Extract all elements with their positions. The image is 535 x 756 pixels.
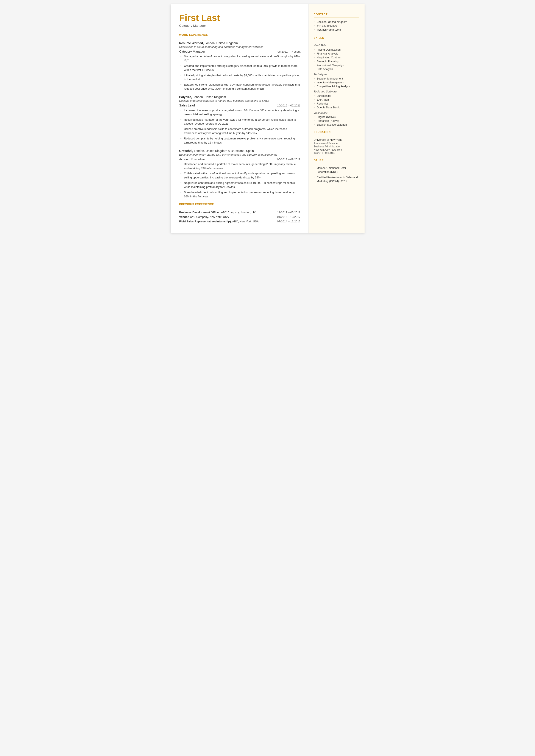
hard-skill-2: Financial Analysis	[314, 52, 359, 55]
job-block-3: Growthsi, London, United Kingdom & Barce…	[179, 149, 300, 199]
other-header: OTHER	[314, 159, 359, 162]
prev-exp-title-1: Business Development Officer, ABC Compan…	[179, 211, 256, 214]
role-line-2: Sales Lead 10/2019 – 07/2021	[179, 104, 300, 107]
work-experience-divider	[179, 38, 300, 38]
role-title-3: Account Executive	[179, 157, 205, 161]
job-block-1: Resume Worded, London, United Kingdom Sp…	[179, 42, 300, 91]
company-desc-1: Specializes in cloud computing and datab…	[179, 45, 300, 48]
role-title-2: Sales Lead	[179, 104, 195, 107]
bullet-1-4: Established strong relationships with 30…	[180, 83, 300, 91]
prev-exp-row-3: Field Sales Representative (Internship),…	[179, 220, 300, 223]
techniques-list: Supplier Management Inventory Management…	[314, 77, 359, 88]
bullet-2-1: Increased the sales of products targeted…	[180, 108, 300, 117]
company-desc-2: Designs enterprise software to handle B2…	[179, 99, 300, 102]
edu-degree: Associate of Science	[314, 142, 359, 145]
prev-exp-dates-3: 07/2014 – 12/2015	[277, 220, 300, 223]
bullet-1-2: Created and implemented strategic catego…	[180, 64, 300, 72]
role-line-3: Account Executive 06/2018 – 09/2019	[179, 157, 300, 161]
languages-list: English (Native) Romanian (Native) Spani…	[314, 116, 359, 126]
contact-header: CONTACT	[314, 13, 359, 16]
education-section: EDUCATION University of New York Associa…	[314, 130, 359, 154]
hard-skill-5: Promotional Campaign	[314, 64, 359, 67]
hard-skill-6: Data Analysis	[314, 68, 359, 71]
other-item-2: Certified Professional in Sales and Mark…	[314, 176, 359, 183]
edu-location: New York City, New York	[314, 148, 359, 151]
full-name: First Last	[179, 13, 300, 23]
bullet-3-1: Developed and nurtured a portfolio of ma…	[180, 162, 300, 170]
job-title: Category Manager	[179, 24, 300, 27]
role-title-1: Category Manager	[179, 50, 205, 53]
other-section: OTHER Member - National Retail Federatio…	[314, 159, 359, 183]
hard-skill-1: Pricing Optimization	[314, 48, 359, 51]
bullet-3-4: Spearheaded client onboarding and implem…	[180, 190, 300, 199]
prev-exp-row-2: Vendor, XYZ Company, New York, USA 01/20…	[179, 215, 300, 218]
company-name-2: Polyhire, London, United Kingdom	[179, 95, 300, 99]
bullets-3: Developed and nurtured a portfolio of ma…	[180, 162, 300, 199]
resume-container: First Last Category Manager WORK EXPERIE…	[171, 4, 365, 233]
role-dates-1: 08/2021 – Present	[277, 50, 300, 53]
techniques-label: Techniques:	[314, 73, 359, 76]
contact-section: CONTACT Chelsea, United Kingdom +44 1234…	[314, 13, 359, 31]
edu-school: University of New York	[314, 138, 359, 141]
tools-list: Euromonitor SAP Ariba Revionics Google D…	[314, 95, 359, 109]
hard-skill-4: Strategic Planning	[314, 60, 359, 63]
left-column: First Last Category Manager WORK EXPERIE…	[171, 4, 309, 233]
bullet-1-3: Initiated pricing strategies that reduce…	[180, 73, 300, 82]
language-2: Romanian (Native)	[314, 119, 359, 123]
skills-section: SKILLS Hard Skills: Pricing Optimization…	[314, 37, 359, 126]
bullet-1-1: Managed a portfolio of product categorie…	[180, 55, 300, 63]
bullets-2: Increased the sales of products targeted…	[180, 108, 300, 145]
contact-item-1: Chelsea, United Kingdom	[314, 20, 359, 23]
bullet-2-3: Utilized creative leadership skills to c…	[180, 127, 300, 135]
contact-item-2: +44 1234567890	[314, 24, 359, 27]
technique-1: Supplier Management	[314, 77, 359, 80]
role-dates-2: 10/2019 – 07/2021	[277, 104, 300, 107]
edu-dates: 10/2011 - 06/2014	[314, 152, 359, 154]
contact-item-3: first.last@gmail.com	[314, 28, 359, 31]
job-block-2: Polyhire, London, United Kingdom Designs…	[179, 95, 300, 145]
bullet-3-3: Negotiated contracts and pricing agreeme…	[180, 181, 300, 189]
tool-3: Revionics	[314, 102, 359, 105]
education-header: EDUCATION	[314, 130, 359, 134]
technique-3: Competitive Pricing Analysis	[314, 85, 359, 88]
hard-skills-label: Hard Skills:	[314, 44, 359, 47]
contact-list: Chelsea, United Kingdom +44 1234567890 f…	[314, 20, 359, 31]
prev-exp-row-1: Business Development Officer, ABC Compan…	[179, 211, 300, 214]
other-list: Member - National Retail Federation (NRF…	[314, 166, 359, 183]
bullet-3-2: Collaborated with cross-functional teams…	[180, 172, 300, 180]
prev-exp-dates-2: 01/2016 – 10/2017	[277, 215, 300, 218]
hard-skills-list: Pricing Optimization Financial Analysis …	[314, 48, 359, 71]
tool-2: SAP Ariba	[314, 98, 359, 101]
language-1: English (Native)	[314, 116, 359, 119]
tool-4: Google Data Studio	[314, 106, 359, 109]
previous-experience-table: Business Development Officer, ABC Compan…	[179, 211, 300, 223]
tool-1: Euromonitor	[314, 95, 359, 98]
prev-exp-dates-1: 11/2017 – 05/2018	[277, 211, 300, 214]
skills-header: SKILLS	[314, 37, 359, 40]
work-experience-header: WORK EXPERIENCE	[179, 33, 300, 37]
role-line-1: Category Manager 08/2021 – Present	[179, 50, 300, 53]
education-block: University of New York Associate of Scie…	[314, 138, 359, 154]
bullet-2-4: Reduced complaints by helping customers …	[180, 137, 300, 145]
languages-label: Languages:	[314, 111, 359, 114]
company-name-1: Resume Worded, London, United Kingdom	[179, 42, 300, 45]
other-divider	[314, 163, 359, 163]
language-3: Spanish (Conversational)	[314, 123, 359, 126]
other-item-1: Member - National Retail Federation (NRF…	[314, 166, 359, 174]
edu-field: Business Administration	[314, 145, 359, 148]
right-column: CONTACT Chelsea, United Kingdom +44 1234…	[309, 4, 365, 233]
company-desc-3: Education technology startup with 50+ em…	[179, 153, 300, 156]
hard-skill-3: Negotiating Contract	[314, 56, 359, 59]
bullet-2-2: Received sales manager of the year award…	[180, 118, 300, 126]
previous-experience-header: PREVIOUS EXPERIENCE	[179, 203, 300, 206]
prev-exp-title-2: Vendor, XYZ Company, New York, USA	[179, 215, 229, 218]
technique-2: Inventory Management	[314, 81, 359, 84]
prev-exp-title-3: Field Sales Representative (Internship),…	[179, 220, 259, 223]
tools-label: Tools and Software:	[314, 90, 359, 93]
contact-divider	[314, 17, 359, 17]
company-name-3: Growthsi, London, United Kingdom & Barce…	[179, 149, 300, 153]
bullets-1: Managed a portfolio of product categorie…	[180, 55, 300, 91]
role-dates-3: 06/2018 – 09/2019	[277, 158, 300, 161]
